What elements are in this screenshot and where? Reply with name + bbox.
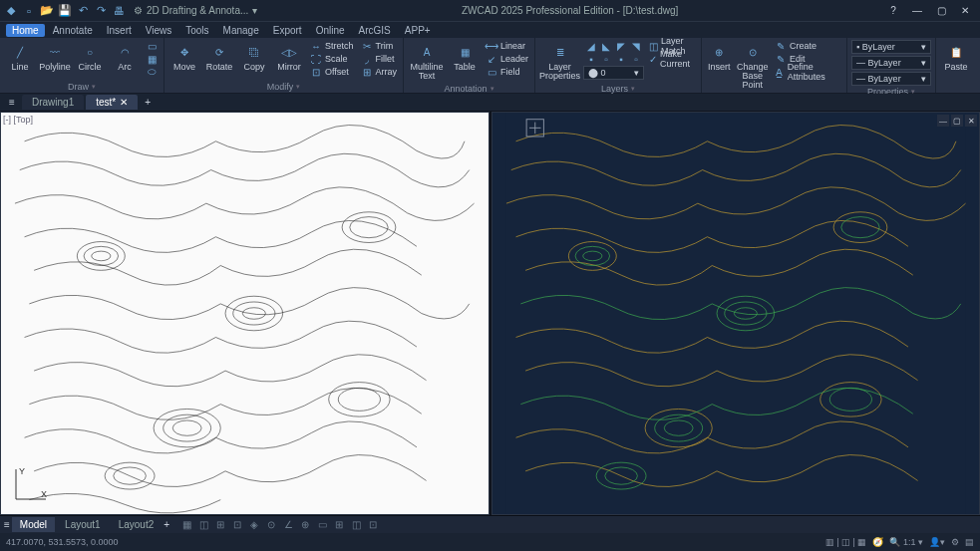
lineweight-combo[interactable]: — ByLayer▾: [851, 56, 931, 70]
sb-tool[interactable]: ▦: [179, 518, 193, 532]
sb-tool[interactable]: ⊙: [264, 518, 278, 532]
trim-icon: ✂: [361, 40, 373, 52]
ellipse-button[interactable]: ⬭: [144, 66, 160, 78]
doc-tab-test[interactable]: test*✕: [86, 95, 138, 110]
sb-tool[interactable]: ⊡: [366, 518, 380, 532]
tab-annotate[interactable]: Annotate: [47, 24, 99, 37]
layout-tab-2[interactable]: Layout2: [111, 517, 163, 532]
vp-min-icon[interactable]: —: [937, 115, 949, 127]
fillet-button[interactable]: ◞Fillet: [359, 53, 400, 65]
qat-redo-icon[interactable]: ↷: [94, 4, 108, 18]
add-layout-icon[interactable]: +: [163, 519, 169, 530]
layer-row1[interactable]: ◢◣◤◥: [583, 40, 644, 52]
attr-icon: A̲: [775, 66, 785, 78]
close-icon[interactable]: ✕: [954, 3, 976, 19]
insert-button[interactable]: ⊕Insert: [706, 40, 732, 74]
linetype-combo[interactable]: — ByLayer▾: [851, 72, 931, 86]
tab-views[interactable]: Views: [140, 24, 178, 37]
trim-button[interactable]: ✂Trim: [359, 40, 400, 52]
circle-icon: ○: [80, 42, 100, 62]
nav-icon[interactable]: 🧭: [872, 537, 883, 547]
sb-tool[interactable]: ∠: [281, 518, 295, 532]
qat-new-icon[interactable]: ▫: [22, 4, 36, 18]
copy-button[interactable]: ⿻Copy: [238, 40, 270, 74]
window-title: ZWCAD 2025 Professional Edition - [D:\te…: [257, 5, 882, 16]
tab-manage[interactable]: Manage: [217, 24, 265, 37]
sb-tool[interactable]: ⊞: [213, 518, 227, 532]
scale-display[interactable]: 🔍 1:1 ▾: [889, 537, 923, 547]
polyline-button[interactable]: 〰Polyline: [39, 40, 71, 74]
layout-tab-1[interactable]: Layout1: [57, 517, 109, 532]
field-button[interactable]: ▭Field: [484, 66, 530, 78]
scale-button[interactable]: ⛶Scale: [308, 53, 356, 65]
rect-button[interactable]: ▭: [144, 40, 160, 52]
create-button[interactable]: ✎Create: [773, 40, 842, 52]
viewport-left[interactable]: [-] [Top]: [0, 112, 490, 515]
annoscale-icon[interactable]: 👤▾: [929, 537, 945, 547]
stretch-button[interactable]: ↔Stretch: [308, 40, 356, 52]
panel-draw-label[interactable]: Draw: [4, 81, 160, 93]
tab-insert[interactable]: Insert: [101, 24, 138, 37]
settings-icon[interactable]: ⚙: [951, 537, 959, 547]
rotate-button[interactable]: ⟳Rotate: [203, 40, 235, 74]
arc-button[interactable]: ◠Arc: [109, 40, 141, 74]
tab-arcgis[interactable]: ArcGIS: [353, 24, 397, 37]
defattr-button[interactable]: A̲Define Attributes: [773, 66, 842, 78]
sb-tool[interactable]: ⊕: [298, 518, 312, 532]
leader-button[interactable]: ↙Leader: [484, 53, 530, 65]
app-logo-icon[interactable]: ◆: [4, 4, 18, 18]
svg-point-7: [350, 217, 388, 238]
doc-tab-drawing1[interactable]: Drawing1: [22, 95, 84, 110]
qat-open-icon[interactable]: 📂: [40, 4, 54, 18]
qat-undo-icon[interactable]: ↶: [76, 4, 90, 18]
layout-menu-icon[interactable]: ≡: [4, 519, 10, 530]
vp-close-icon[interactable]: ✕: [965, 115, 977, 127]
vp-max-icon[interactable]: ▢: [951, 115, 963, 127]
color-combo[interactable]: ▪ ByLayer▾: [851, 40, 931, 54]
panel-modify-label[interactable]: Modify: [168, 81, 399, 93]
hatch-button[interactable]: ▦: [144, 53, 160, 65]
tab-online[interactable]: Online: [310, 24, 351, 37]
sb-tool[interactable]: ◈: [247, 518, 261, 532]
makecurrent-button[interactable]: ✓Make Current: [647, 53, 697, 65]
close-tab-icon[interactable]: ✕: [120, 97, 128, 108]
layout-tab-model[interactable]: Model: [12, 517, 55, 532]
sb-tool[interactable]: ◫: [196, 518, 210, 532]
help-icon[interactable]: ?: [882, 3, 904, 19]
copypaste-settings-button[interactable]: 📋Copy and Paste Settings: [975, 40, 980, 92]
viewport-right[interactable]: —▢✕: [491, 112, 981, 515]
svg-text:Y: Y: [19, 466, 25, 476]
qat-print-icon[interactable]: 🖶: [112, 4, 126, 18]
doclist-icon[interactable]: ≡: [4, 97, 20, 108]
minimize-icon[interactable]: —: [906, 3, 928, 19]
tab-home[interactable]: Home: [6, 24, 45, 37]
changebase-button[interactable]: ⊙Change Base Point: [735, 40, 770, 92]
line-button[interactable]: ╱Line: [4, 40, 36, 74]
qat-save-icon[interactable]: 💾: [58, 4, 72, 18]
mtext-button[interactable]: AMultiline Text: [408, 40, 446, 83]
workspace-selector[interactable]: ⚙ 2D Drafting & Annota... ▾: [134, 5, 257, 16]
layerprops-button[interactable]: ≣Layer Properties: [539, 40, 580, 83]
offset-button[interactable]: ⊡Offset: [308, 66, 356, 78]
customize-icon[interactable]: ▤: [965, 537, 974, 547]
array-button[interactable]: ⊞Array: [359, 66, 400, 78]
linear-button[interactable]: ⟷Linear: [484, 40, 530, 52]
sb-tool[interactable]: ⊡: [230, 518, 244, 532]
maximize-icon[interactable]: ▢: [930, 3, 952, 19]
layer-combo[interactable]: ⬤ 0▾: [583, 66, 644, 80]
table-button[interactable]: ▦Table: [449, 40, 481, 74]
view-controls-left[interactable]: [-] [Top]: [3, 115, 33, 125]
tab-app[interactable]: APP+: [399, 24, 437, 37]
sb-tool[interactable]: ◫: [349, 518, 363, 532]
layer-row2[interactable]: ▪▫▪▫: [583, 53, 644, 65]
move-button[interactable]: ✥Move: [168, 40, 200, 74]
status-model[interactable]: ▥ | ◫ | ▦: [825, 537, 867, 547]
sb-tool[interactable]: ▭: [315, 518, 329, 532]
mirror-button[interactable]: ◁▷Mirror: [273, 40, 305, 74]
tab-tools[interactable]: Tools: [179, 24, 214, 37]
paste-button[interactable]: 📋Paste: [940, 40, 972, 74]
circle-button[interactable]: ○Circle: [74, 40, 106, 74]
tab-export[interactable]: Export: [267, 24, 308, 37]
sb-tool[interactable]: ⊞: [332, 518, 346, 532]
new-tab-icon[interactable]: +: [140, 97, 156, 108]
